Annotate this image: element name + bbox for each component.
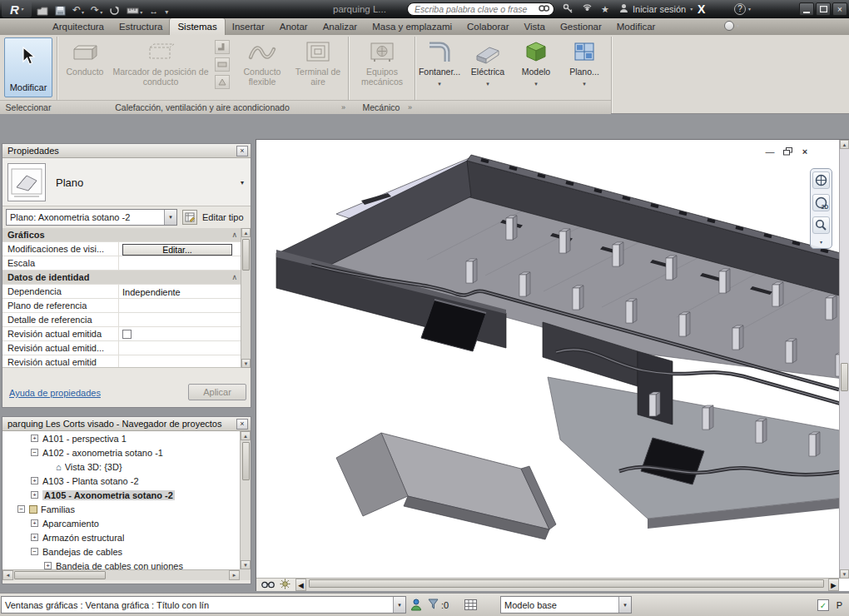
apply-button[interactable]: Aplicar xyxy=(188,384,246,400)
flex-duct-button[interactable]: Conducto flexible xyxy=(236,38,288,87)
chevron-down-icon[interactable]: ▾ xyxy=(393,597,405,613)
tree-item-bandeja-uniones[interactable]: + Bandeja de cables con uniones xyxy=(2,559,240,569)
full-navigation-wheel-icon[interactable] xyxy=(812,171,830,189)
property-value[interactable]: Independiente xyxy=(119,285,241,298)
tab-gestionar[interactable]: Gestionar xyxy=(553,18,609,35)
browser-vertical-scrollbar[interactable]: ▲ ▼ xyxy=(240,431,251,569)
chevron-down-icon[interactable]: ▾ xyxy=(100,9,102,16)
view-close-button[interactable]: × xyxy=(799,147,811,156)
scrollbar-thumb[interactable] xyxy=(309,579,824,588)
scroll-down-icon[interactable]: ▼ xyxy=(241,560,251,569)
view-restore-button[interactable] xyxy=(782,147,793,156)
redo-icon[interactable]: ↷▾ xyxy=(91,2,102,16)
exchange-apps-icon[interactable]: X xyxy=(698,0,705,18)
panel-footer-seleccionar[interactable]: Seleccionar xyxy=(0,100,57,114)
properties-header[interactable]: Propiedades × xyxy=(2,144,251,158)
tab-colaborar[interactable]: Colaborar xyxy=(459,18,517,35)
sun-shadows-icon[interactable] xyxy=(280,579,290,591)
modify-tool-button[interactable]: Modificar xyxy=(4,37,52,97)
zoom-icon[interactable] xyxy=(812,216,830,234)
duct-button[interactable]: Conducto xyxy=(62,38,108,77)
binoculars-search-icon[interactable] xyxy=(539,4,549,14)
duct-placeholder-button[interactable]: Marcador de posición de conducto xyxy=(110,38,211,87)
status-message-combo[interactable]: Ventanas gráficas : Ventana gráfica : Tí… xyxy=(1,596,406,614)
scroll-down-icon[interactable]: ▼ xyxy=(241,359,251,368)
panel-footer-mecanico[interactable]: Mecánico » xyxy=(348,100,415,114)
property-section-datos[interactable]: Datos de identidad ∧ xyxy=(2,271,241,285)
view-minimize-button[interactable]: — xyxy=(764,147,776,156)
tree-item-armazon[interactable]: + Armazón estructural xyxy=(2,530,240,544)
tree-item-a102[interactable]: − A102 - axonometria sotano -1 xyxy=(2,445,240,460)
duct-cap-icon[interactable] xyxy=(215,75,230,89)
property-row[interactable]: Revisión actual emitida xyxy=(2,327,241,341)
project-browser-header[interactable]: parquing Les Corts visado - Navegador de… xyxy=(2,417,251,431)
sync-icon[interactable] xyxy=(109,2,120,16)
scrollbar-thumb[interactable] xyxy=(841,363,848,391)
view-horizontal-scrollbar[interactable]: ◄ ► xyxy=(295,579,839,591)
expand-icon[interactable]: + xyxy=(31,477,38,484)
tree-item-bandejas[interactable]: − Bandejas de cables xyxy=(2,544,240,559)
scroll-left-icon[interactable]: ◄ xyxy=(2,570,13,580)
scroll-up-icon[interactable]: ▲ xyxy=(241,228,251,237)
search-input[interactable] xyxy=(415,4,539,14)
tab-modificar[interactable]: Modificar xyxy=(609,18,663,35)
maximize-button[interactable] xyxy=(816,2,831,16)
property-row[interactable]: Dependencia Independiente xyxy=(2,285,241,299)
browser-horizontal-scrollbar[interactable]: ◄ ► xyxy=(2,569,240,580)
property-row[interactable]: Revisión actual emitid... xyxy=(2,341,241,355)
help-control[interactable]: ? ▾ xyxy=(734,0,751,18)
chevron-down-icon[interactable]: ▾ xyxy=(748,6,751,12)
panel-expand-icon[interactable]: » xyxy=(408,101,412,114)
property-row[interactable]: Revisión actual emitid xyxy=(2,355,241,368)
favorites-star-icon[interactable]: ★ xyxy=(601,4,609,15)
property-value[interactable]: Editar... xyxy=(119,242,241,256)
panel-footer-hvac[interactable]: Calefacción, ventilación y aire acondici… xyxy=(57,100,348,114)
edit-type-button[interactable]: Editar tipo xyxy=(202,212,244,222)
chevron-down-icon[interactable]: ▾ xyxy=(820,239,822,246)
application-menu-button[interactable]: R ▾ xyxy=(2,1,32,17)
close-icon[interactable]: × xyxy=(236,146,248,156)
design-options-combo[interactable]: Modelo base ▾ xyxy=(500,596,632,614)
property-value[interactable] xyxy=(119,341,241,355)
scrollbar-thumb[interactable] xyxy=(242,442,250,480)
property-value[interactable] xyxy=(119,299,241,312)
property-section-graficos[interactable]: Gráficos ∧ xyxy=(2,228,241,242)
panel-expand-icon[interactable]: » xyxy=(341,101,345,114)
minimize-button[interactable] xyxy=(799,2,814,16)
scrollbar-thumb[interactable] xyxy=(242,239,250,271)
tab-analizar[interactable]: Analizar xyxy=(315,18,365,35)
communication-center-icon[interactable] xyxy=(582,3,593,16)
selection-filter-control[interactable]: :0 xyxy=(428,599,449,611)
active-only-checkbox[interactable]: ✓ xyxy=(817,599,829,611)
scrollbar-thumb[interactable] xyxy=(14,571,106,579)
property-value[interactable] xyxy=(119,313,241,326)
tab-anotar[interactable]: Anotar xyxy=(272,18,315,35)
tab-sistemas[interactable]: Sistemas xyxy=(170,18,224,35)
scroll-down-icon[interactable]: ▼ xyxy=(840,569,849,579)
qat-menu-icon[interactable]: ▾ xyxy=(165,2,168,16)
chevron-down-icon[interactable]: ▾ xyxy=(241,179,244,186)
duct-fitting-icon[interactable] xyxy=(215,40,230,54)
scroll-right-icon[interactable]: ► xyxy=(828,579,839,591)
tree-item-a101[interactable]: + A101 - perspectiva 1 xyxy=(2,431,240,445)
edit-visibility-button[interactable]: Editar... xyxy=(122,244,232,256)
property-value[interactable] xyxy=(119,327,241,340)
collapse-icon[interactable]: − xyxy=(17,505,25,513)
undo-icon[interactable]: ↶▾ xyxy=(72,2,84,16)
chevron-down-icon[interactable]: ▾ xyxy=(164,210,176,225)
measure-icon[interactable]: ▾ xyxy=(127,2,142,16)
chevron-down-icon[interactable]: ▾ xyxy=(82,9,84,16)
plumbing-panel-button[interactable]: Fontaner... ▾ xyxy=(416,38,463,87)
scroll-up-icon[interactable]: ▲ xyxy=(840,140,849,149)
property-row[interactable]: Plano de referencia xyxy=(2,299,241,313)
collapse-icon[interactable]: ∧ xyxy=(231,231,237,239)
duct-accessory-icon[interactable] xyxy=(215,57,230,72)
collapse-icon[interactable]: − xyxy=(31,548,38,555)
worksets-grid-icon[interactable] xyxy=(464,599,477,610)
tree-item-vista-3d[interactable]: ⌂ Vista 3D: {3D} xyxy=(2,460,240,474)
save-icon[interactable] xyxy=(55,2,66,16)
close-icon[interactable]: × xyxy=(236,419,248,430)
steering-wheel-2d-icon[interactable]: 2D xyxy=(812,194,830,211)
property-row[interactable]: Escala xyxy=(2,256,241,271)
tab-insertar[interactable]: Insertar xyxy=(225,18,272,35)
